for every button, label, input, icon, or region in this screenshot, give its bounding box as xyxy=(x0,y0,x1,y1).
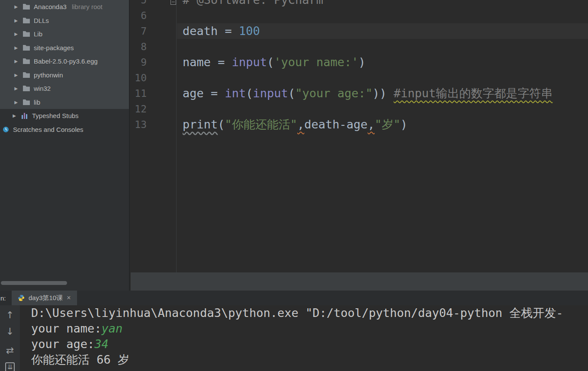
run-console: ↑↓⇄⇊ D:\Users\liyinhua\Anaconda3\python.… xyxy=(0,305,588,371)
console-stdout: your name: xyxy=(31,322,102,335)
code-lines[interactable]: 5# @Software: PyCharm67death = 10089name… xyxy=(131,0,588,132)
editor-bottom-strip xyxy=(131,272,588,291)
expand-arrow-icon[interactable]: ▶ xyxy=(10,18,22,23)
editor-pane[interactable]: 5# @Software: PyCharm67death = 10089name… xyxy=(131,0,588,272)
code-line-7[interactable]: 7death = 100 xyxy=(131,23,588,39)
tree-item-lib[interactable]: ▶Lib xyxy=(0,27,129,41)
line-number: 9 xyxy=(131,54,177,70)
scratch-icon xyxy=(1,126,10,133)
code-line-8[interactable]: 8 xyxy=(131,39,588,54)
tab-close-icon[interactable]: × xyxy=(67,294,71,302)
code-token: ( xyxy=(288,86,295,100)
code-token: , xyxy=(297,118,304,131)
expand-arrow-icon[interactable]: ▶ xyxy=(10,4,22,9)
code-text[interactable] xyxy=(177,8,588,23)
tree-item-anaconda3[interactable]: ▶Anaconda3library root xyxy=(0,0,129,14)
run-tabbar: n: day3第10课 × xyxy=(0,291,588,305)
tree-item-label: site-packages xyxy=(34,44,74,51)
code-line-12[interactable]: 12 xyxy=(131,101,588,117)
tree-item-label: DLLs xyxy=(34,17,49,24)
code-token: input xyxy=(232,55,267,69)
code-token: )) xyxy=(373,86,394,100)
line-number: 7 xyxy=(131,23,177,39)
console-stdout: your age: xyxy=(31,337,94,351)
line-number: 6 xyxy=(131,8,177,23)
expand-arrow-icon[interactable]: ▶ xyxy=(10,32,22,36)
expand-arrow-icon[interactable]: ▶ xyxy=(10,73,22,77)
code-token: ( xyxy=(246,86,253,100)
code-token: ( xyxy=(218,118,225,131)
folder-icon xyxy=(22,3,31,10)
tree-item-babel-2-5-0-py3-6-egg[interactable]: ▶Babel-2.5.0-py3.6.egg xyxy=(0,54,129,68)
code-text[interactable]: age = int(input("your age:")) #input输出的数… xyxy=(177,86,588,101)
folder-icon xyxy=(22,99,31,106)
console-user-input: yan xyxy=(102,322,123,335)
code-text[interactable] xyxy=(177,39,588,54)
line-number: 13 xyxy=(131,117,177,132)
tree-item-lib[interactable]: ▶lib xyxy=(0,96,129,109)
code-token: death-age xyxy=(304,118,367,131)
console-output: D:\Users\liyinhua\Anaconda3\python.exe "… xyxy=(20,305,588,371)
up-arrow-icon[interactable]: ↑ xyxy=(6,310,14,320)
tree-item-typeshed-stubs[interactable]: ▶Typeshed Stubs xyxy=(0,109,129,123)
code-text[interactable] xyxy=(177,70,588,86)
scroll-to-end-icon[interactable]: ⇊ xyxy=(5,362,15,371)
code-line-5[interactable]: 5# @Software: PyCharm xyxy=(131,0,588,8)
console-line: your age:34 xyxy=(31,336,588,352)
folder-icon xyxy=(22,31,31,37)
console-line: your name:yan xyxy=(31,321,588,336)
code-line-10[interactable]: 10 xyxy=(131,70,588,86)
console-user-input: 34 xyxy=(94,337,109,351)
line-number: 8 xyxy=(131,39,177,54)
tree-item-win32[interactable]: ▶win32 xyxy=(0,82,129,96)
code-token: ) xyxy=(358,55,365,69)
tree-item-site-packages[interactable]: ▶site-packages xyxy=(0,41,129,55)
code-line-11[interactable]: 11age = int(input("your age:")) #input输出… xyxy=(131,86,588,101)
code-text[interactable]: print("你能还能活",death-age,"岁") xyxy=(177,117,588,132)
expand-arrow-icon[interactable]: ▶ xyxy=(10,86,22,91)
expand-arrow-icon[interactable]: ▶ xyxy=(9,113,20,118)
line-number: 12 xyxy=(131,101,177,117)
expand-arrow-icon[interactable]: ▶ xyxy=(10,59,22,64)
tree-item-label: win32 xyxy=(34,85,51,92)
tree-item-label: pythonwin xyxy=(34,71,63,79)
tree-item-label: Scratches and Consoles xyxy=(13,126,84,133)
code-token: "你能还能活" xyxy=(225,118,298,131)
code-text[interactable]: # @Software: PyCharm xyxy=(177,0,588,8)
run-tab-day3[interactable]: day3第10课 × xyxy=(12,291,77,305)
code-text[interactable]: death = 100 xyxy=(177,23,588,39)
console-toolbar: ↑↓⇄⇊ xyxy=(0,305,20,371)
fold-marker-icon[interactable] xyxy=(170,0,176,5)
project-panel: ▶Anaconda3library root▶DLLs▶Lib▶site-pac… xyxy=(0,0,130,291)
expand-arrow-icon[interactable]: ▶ xyxy=(10,100,22,105)
code-token: "your age:" xyxy=(295,86,373,100)
code-token: # @Software: PyCharm xyxy=(183,0,323,6)
folder-icon xyxy=(22,85,31,92)
stubs-icon xyxy=(20,112,29,119)
folder-icon xyxy=(22,72,31,78)
down-arrow-icon[interactable]: ↓ xyxy=(6,327,14,336)
code-token: #input输出的数字都是字符串 xyxy=(394,86,553,100)
tree-item-scratches-and-consoles[interactable]: Scratches and Consoles xyxy=(0,123,129,137)
tree-item-pythonwin[interactable]: ▶pythonwin xyxy=(0,68,129,82)
line-number: 10 xyxy=(131,70,177,86)
line-number: 11 xyxy=(131,86,177,101)
python-file-icon xyxy=(18,294,25,301)
code-token: input xyxy=(253,86,288,100)
tree-item-dlls[interactable]: ▶DLLs xyxy=(0,14,129,28)
code-token: ) xyxy=(400,118,407,131)
code-text[interactable]: name = input('your name:') xyxy=(177,54,588,70)
tree-item-label: Lib xyxy=(34,30,42,38)
project-horizontal-scrollbar[interactable] xyxy=(1,281,67,285)
folder-icon xyxy=(22,58,31,64)
soft-wrap-icon[interactable]: ⇄ xyxy=(6,346,14,355)
console-line: D:\Users\liyinhua\Anaconda3\python.exe "… xyxy=(31,305,588,321)
line-number: 5 xyxy=(131,0,177,8)
run-tab-label: day3第10课 xyxy=(29,294,63,302)
code-line-6[interactable]: 6 xyxy=(131,8,588,23)
code-text[interactable] xyxy=(177,101,588,117)
code-line-9[interactable]: 9name = input('your name:') xyxy=(131,54,588,70)
expand-arrow-icon[interactable]: ▶ xyxy=(10,45,22,50)
code-token: ( xyxy=(267,55,274,69)
code-line-13[interactable]: 13print("你能还能活",death-age,"岁") xyxy=(131,117,588,132)
